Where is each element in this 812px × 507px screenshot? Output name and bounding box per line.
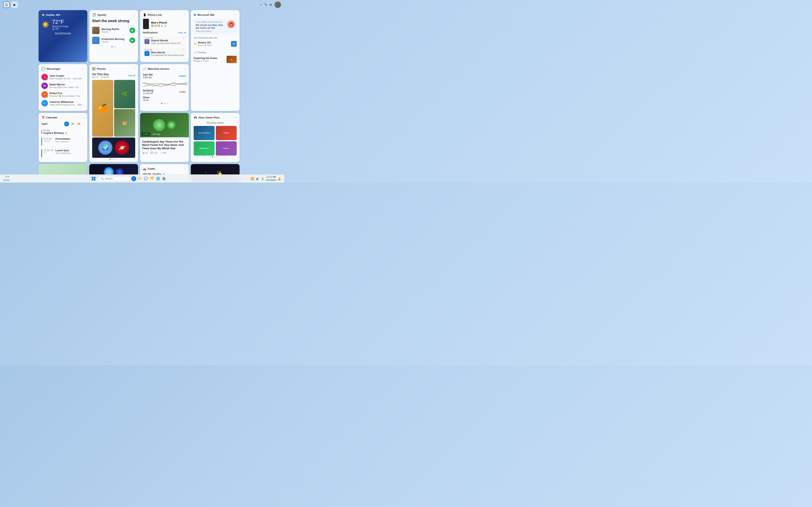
dot <box>212 156 213 157</box>
chevron-down-icon[interactable]: ⌄ <box>83 122 85 125</box>
messenger-menu[interactable]: ··· <box>82 67 85 71</box>
datetime-display[interactable]: 11:11 AM 4/27/2023 <box>266 175 276 182</box>
stock-name: Silver <box>143 96 150 99</box>
calendar-date: 4/27/2023 <box>266 179 276 182</box>
list-item[interactable]: R Robert Fox Reacted 👊 to your photo ·Tu… <box>41 90 85 99</box>
list-item[interactable]: ♪♪ Morning Rythm Playlist ▶ <box>92 25 135 36</box>
notification-icon[interactable]: 🔔 <box>277 177 281 180</box>
event-options-icon[interactable]: ⋮ <box>81 137 85 142</box>
list-item[interactable]: W Wade Warren No way that's true. haha ·… <box>41 81 85 90</box>
file-sub: Personal Files <box>198 44 212 46</box>
list-item[interactable]: 12:30 PM 1h Lunch Sync Teams Meeting <box>41 148 85 159</box>
contact-name: Cameron Williamson <box>50 101 85 103</box>
search-bar[interactable]: 🔍 <box>98 176 130 181</box>
list-item[interactable]: J Jane Cooper Hey! Hangout for bru· · Ju… <box>41 73 85 81</box>
wifi-taskbar-icon[interactable]: 📶 <box>251 177 254 180</box>
calendar-day-27[interactable]: 27 <box>64 121 69 126</box>
outlook-icon: O <box>145 51 149 56</box>
list-item[interactable]: S&P 500 3,855.93 +0.82% <box>143 73 186 79</box>
chevron-icon[interactable]: ^ <box>248 177 249 180</box>
contact-list: J Jane Cooper Hey! Hangout for bru· · Ju… <box>41 73 85 108</box>
trending-item[interactable]: Exploring the Andes Margie's Travel 🏔️ <box>194 55 237 64</box>
calendar-day-29[interactable]: 29 <box>76 121 81 126</box>
stock-details: Silver 19.28 <box>143 96 150 101</box>
photo-cell[interactable]: 🧺 <box>114 109 135 137</box>
list-item[interactable]: NASDAQ 11,425.05 -0.95% <box>143 89 186 95</box>
likes-count[interactable]: 👍 63 <box>142 152 148 154</box>
mention-block[interactable]: Yuna Sakai mentioned you We should ask M… <box>194 19 237 35</box>
collapse-button[interactable]: ⊠ <box>269 3 272 6</box>
weather-menu[interactable]: ··· <box>82 13 85 17</box>
contact-msg: No way that's true. haha ·Tue <box>50 86 85 89</box>
photos-menu[interactable]: ··· <box>133 67 135 70</box>
game-name: GAME 4 <box>222 147 230 150</box>
list-item[interactable]: 8:30 AM 30 min Presentation Alex Johnson… <box>41 136 85 148</box>
list-item[interactable]: ♪♪ Productive Morning Playlist ▶ <box>92 36 135 45</box>
calendar-menu[interactable]: ··· <box>82 116 85 119</box>
battery-taskbar-icon[interactable]: 🔋 <box>261 177 264 180</box>
news1-content: Cardiologists Say These Are The Worst Fo… <box>140 137 189 156</box>
weather-widget: 🌤️ Seattle, WA ··· ☀️ 72°F Strong UV tod… <box>39 10 87 62</box>
contact-name: Robert Fox <box>50 92 85 95</box>
game-item[interactable]: GAME 4 <box>216 142 237 156</box>
refresh-button[interactable]: ↻ <box>264 3 267 6</box>
close-icon[interactable]: × <box>183 36 184 39</box>
clear-all-button[interactable]: Clear all <box>178 32 186 34</box>
play-button[interactable]: ▶ <box>130 38 135 43</box>
messenger-taskbar-button[interactable]: 💬 <box>144 176 148 181</box>
list-item[interactable]: C Cameron Williamson Hope you're enjoyin… <box>41 99 85 108</box>
cortana-button[interactable]: C <box>131 176 136 181</box>
watchlist-menu[interactable]: ··· <box>183 67 186 70</box>
smoothie-image2 <box>167 120 176 129</box>
contact-name: Jane Cooper <box>50 74 85 77</box>
list-item[interactable]: × 9:06 AM O Nora Harrell I've attached t… <box>143 47 186 58</box>
contact-info: Cameron Williamson Hope you're enjoying … <box>50 101 85 106</box>
add-button[interactable]: + <box>260 3 262 6</box>
shares-count[interactable]: ↗ 385 <box>160 152 166 154</box>
dot <box>117 159 118 160</box>
game-item[interactable]: HALO INFINITE <box>194 126 214 140</box>
close-icon[interactable]: × <box>183 48 184 51</box>
photo-cell[interactable]: 🌿 <box>114 80 135 108</box>
weather-forecast-link[interactable]: See full forecast <box>41 32 85 34</box>
photo-cell[interactable]: 🍊 <box>92 80 113 137</box>
comments-count[interactable]: 💬 142 <box>150 152 157 154</box>
spotify-menu[interactable]: ··· <box>133 13 135 17</box>
calendar-day-28[interactable]: 28 <box>70 121 75 126</box>
user-avatar[interactable]: 👤 <box>274 1 281 8</box>
watchlist-header: 📈 Watchlist movers ··· <box>143 67 186 70</box>
store-button[interactable]: 🛍️ <box>162 176 167 181</box>
media-tab[interactable]: ▶ <box>11 1 18 8</box>
notif-time: 11:11 AM <box>145 37 184 39</box>
xbox-menu[interactable]: ··· <box>234 116 237 119</box>
photo-cell-space[interactable]: 🌍 🪐 <box>92 137 135 158</box>
list-item[interactable]: Silver 19.28 <box>143 95 186 102</box>
play-button[interactable]: ▶ <box>130 27 135 33</box>
spotify-header: 🎵 Spotify ··· <box>92 13 135 17</box>
weather-location: 🌤️ Seattle, WA <box>41 13 60 16</box>
file-item[interactable]: 📁 Botany 101 Personal Files W <box>194 40 237 48</box>
widget-grid: 🌤️ Seattle, WA ··· ☀️ 72°F Strong UV tod… <box>39 10 282 182</box>
list-item[interactable]: × 11:11 AM T Gabriel Woods Yeah, on the … <box>143 35 186 46</box>
game-item[interactable]: FORZA <box>216 126 237 140</box>
weather-sun-icon: ☀️ <box>41 21 50 29</box>
traffic-menu[interactable]: ··· <box>183 167 186 171</box>
files-taskbar-button[interactable]: 🗂️ <box>150 176 154 181</box>
start-button[interactable] <box>91 176 96 181</box>
event-content: Lunch Sync Teams Meeting <box>55 149 71 157</box>
notif-time: 9:06 AM <box>145 49 184 51</box>
m365-menu[interactable]: ··· <box>234 13 237 17</box>
search-input[interactable] <box>105 177 125 180</box>
phonelink-menu[interactable]: ··· <box>183 13 186 17</box>
volume-icon[interactable]: 🔊 <box>256 177 259 180</box>
explorer-button[interactable]: 📁 <box>138 176 142 181</box>
track-type: Playlist <box>101 31 128 33</box>
home-tab[interactable]: 🏠 <box>3 1 10 8</box>
game-item[interactable]: MINECRAFT <box>194 142 214 156</box>
edge-button[interactable]: 🌐 <box>156 176 161 181</box>
see-all-link[interactable]: See all <box>128 74 135 77</box>
stocks-list: S&P 500 3,855.93 +0.82% NASDAQ 11,425.05… <box>143 73 186 102</box>
stock-change: -0.95% <box>179 91 186 93</box>
photos-grid: 🍊 🌿 🧺 <box>92 80 135 137</box>
photos-widget: 🖼️ Photos ··· On This Day Apr 27 · 33 it… <box>89 64 138 162</box>
